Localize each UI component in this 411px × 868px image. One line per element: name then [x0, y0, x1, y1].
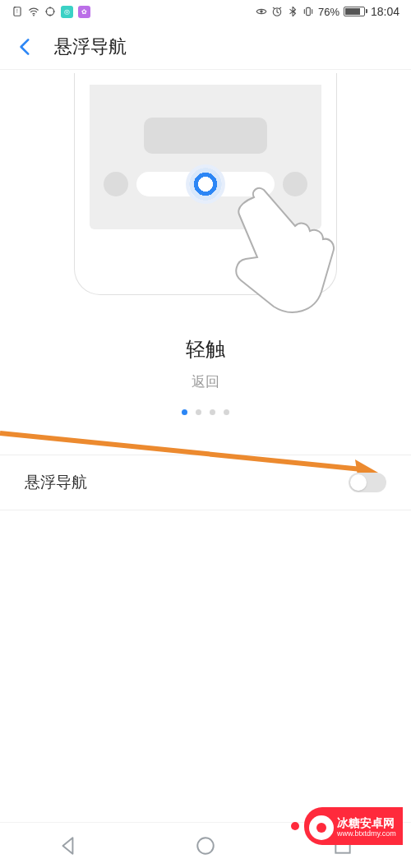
svg-rect-6 [307, 7, 311, 15]
page-indicator[interactable] [0, 409, 411, 415]
alarm-icon [271, 6, 283, 17]
wifi-icon [28, 6, 39, 17]
page-dot-2[interactable] [196, 409, 201, 415]
bluetooth-icon [287, 6, 298, 17]
nav-back-icon[interactable] [58, 835, 79, 856]
svg-point-3 [46, 7, 53, 15]
tutorial-illustration [0, 73, 411, 295]
watermark-url: www.btxtdmy.com [337, 829, 396, 838]
watermark-name: 冰糖安卓网 [337, 816, 396, 829]
tutorial-caption: 轻触 返回 [0, 336, 411, 415]
hand-pointer-icon [221, 177, 386, 341]
phone-frame [74, 73, 337, 295]
back-icon[interactable] [15, 36, 36, 58]
eye-icon [256, 6, 267, 17]
page-dot-1[interactable] [182, 409, 187, 415]
app-badge-icon-1: ◎ [61, 6, 73, 18]
svg-text:!: ! [16, 8, 18, 14]
mock-card [144, 118, 267, 154]
caption-subtitle: 返回 [0, 372, 411, 391]
svg-point-4 [260, 10, 263, 13]
nav-home-icon[interactable] [195, 835, 216, 856]
status-right: 76% 18:04 [256, 5, 399, 18]
phone-screen-mock [90, 85, 321, 229]
floating-nav-dot-icon [189, 168, 222, 201]
setting-row-floating-nav: 悬浮导航 [0, 455, 411, 510]
floating-nav-toggle[interactable] [349, 473, 386, 492]
svg-point-2 [33, 15, 35, 16]
mock-dot-left [104, 172, 128, 196]
watermark-bubble: 冰糖安卓网 www.btxtdmy.com [304, 807, 403, 845]
page-dot-4[interactable] [224, 409, 229, 415]
vibrate-icon [302, 6, 314, 17]
svg-point-9 [197, 838, 214, 854]
status-time: 18:04 [371, 5, 399, 18]
status-bar: ! ◎ ✿ 76% 18:04 [0, 0, 411, 23]
toggle-knob [350, 474, 367, 491]
target-icon [44, 6, 56, 17]
page-dot-3[interactable] [210, 409, 215, 415]
watermark-badge: 冰糖安卓网 www.btxtdmy.com [304, 804, 411, 850]
page-title: 悬浮导航 [54, 35, 127, 59]
app-badge-icon-2: ✿ [78, 6, 90, 18]
battery-icon [344, 7, 365, 16]
sim-icon: ! [12, 6, 23, 17]
watermark-eye-icon [309, 815, 334, 840]
battery-percent: 76% [318, 6, 339, 18]
page-header: 悬浮导航 [0, 23, 411, 70]
setting-label: 悬浮导航 [25, 472, 87, 493]
watermark-dot-icon [291, 822, 299, 830]
status-left: ! ◎ ✿ [12, 6, 90, 18]
